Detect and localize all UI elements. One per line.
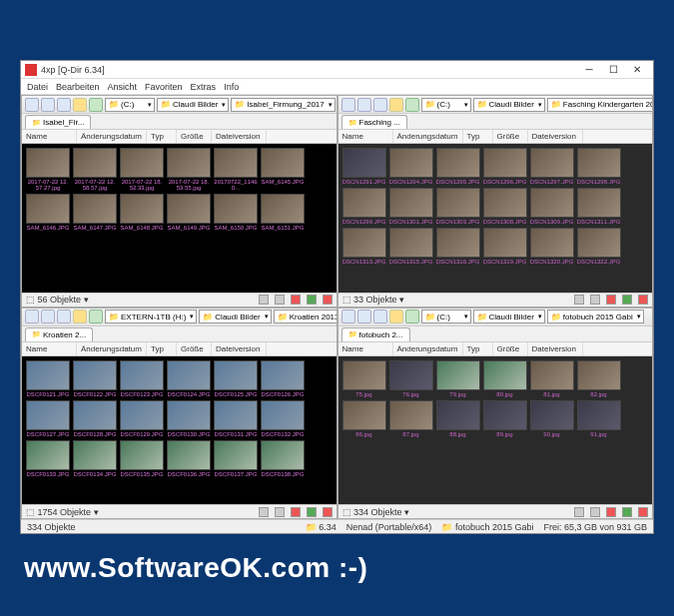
file-thumbnail[interactable]: DSCN1309.JPG bbox=[530, 188, 574, 225]
file-thumbnail[interactable]: SAM_6149.JPG bbox=[167, 194, 211, 231]
file-thumbnail[interactable]: DSCF0121.JPG bbox=[26, 360, 70, 397]
column-size[interactable]: Größe bbox=[177, 342, 212, 355]
path-crumb[interactable]: Fasching Kindergarten 2014 bbox=[547, 98, 652, 112]
status-icon[interactable] bbox=[259, 295, 269, 305]
column-name[interactable]: Name bbox=[338, 130, 393, 143]
file-thumbnail[interactable]: DSCN1303.JPG bbox=[436, 188, 480, 225]
column-date[interactable]: Änderungsdatum bbox=[393, 342, 463, 355]
file-thumbnail[interactable]: 80.jpg bbox=[483, 360, 527, 397]
file-thumbnail[interactable]: 2017-07-22 12.58.57.jpg bbox=[73, 148, 117, 191]
file-thumbnail[interactable]: DSCN1315.JPG bbox=[389, 228, 433, 265]
column-size[interactable]: Größe bbox=[493, 130, 528, 143]
file-thumbnail[interactable]: DSCN1296.JPG bbox=[483, 148, 527, 185]
file-thumbnail[interactable]: DSCF0123.JPG bbox=[120, 360, 164, 397]
menu-ansicht[interactable]: Ansicht bbox=[108, 82, 138, 92]
column-ver[interactable]: Dateiversion bbox=[528, 130, 583, 143]
thumbnail-grid[interactable]: 75.jpg76.jpg79.jpg80.jpg81.jpg82.jpg86.j… bbox=[338, 356, 653, 505]
folder-tab[interactable]: fotobuch 2... bbox=[341, 327, 410, 341]
toolbar-button[interactable] bbox=[41, 309, 55, 323]
status-icon[interactable] bbox=[574, 295, 584, 305]
folder-tab[interactable]: Isabel_Fir... bbox=[25, 115, 91, 129]
file-thumbnail[interactable]: DSCN1308.JPG bbox=[483, 188, 527, 225]
column-type[interactable]: Typ bbox=[147, 342, 177, 355]
path-crumb[interactable]: Claudi Bilder bbox=[199, 309, 271, 323]
column-date[interactable]: Änderungsdatum bbox=[77, 342, 147, 355]
drive-selector[interactable]: (C:) bbox=[105, 98, 155, 112]
file-thumbnail[interactable]: DSCF0134.JPG bbox=[73, 440, 117, 477]
file-thumbnail[interactable]: DSCF0129.JPG bbox=[120, 400, 164, 437]
file-thumbnail[interactable]: SAM_6145.JPG bbox=[261, 148, 305, 191]
toolbar-button[interactable] bbox=[341, 98, 355, 112]
status-icon[interactable] bbox=[259, 507, 269, 517]
file-thumbnail[interactable]: DSCN1313.JPG bbox=[342, 228, 386, 265]
file-thumbnail[interactable]: DSCF0131.JPG bbox=[214, 400, 258, 437]
file-thumbnail[interactable]: SAM_6147.JPG bbox=[73, 194, 117, 231]
file-thumbnail[interactable]: 75.jpg bbox=[342, 360, 386, 397]
file-thumbnail[interactable]: DSCF0124.JPG bbox=[167, 360, 211, 397]
status-icon[interactable] bbox=[323, 295, 333, 305]
menu-extras[interactable]: Extras bbox=[191, 82, 217, 92]
file-thumbnail[interactable]: DSCN1319.JPG bbox=[483, 228, 527, 265]
path-crumb[interactable]: fotobuch 2015 Gabi bbox=[547, 309, 644, 323]
column-name[interactable]: Name bbox=[22, 342, 77, 355]
minimize-button[interactable]: ─ bbox=[577, 62, 601, 78]
file-thumbnail[interactable]: DSCN1316.JPG bbox=[436, 228, 480, 265]
toolbar-button[interactable] bbox=[341, 309, 355, 323]
file-thumbnail[interactable]: 89.jpg bbox=[483, 400, 527, 437]
file-thumbnail[interactable]: DSCF0136.JPG bbox=[167, 440, 211, 477]
drive-selector[interactable]: EXTERN-1TB (H:) bbox=[105, 309, 197, 323]
file-thumbnail[interactable]: DSCF0135.JPG bbox=[120, 440, 164, 477]
file-thumbnail[interactable]: DSCF0133.JPG bbox=[26, 440, 70, 477]
file-thumbnail[interactable]: DSCN1294.JPG bbox=[389, 148, 433, 185]
file-thumbnail[interactable]: DSCF0138.JPG bbox=[261, 440, 305, 477]
close-button[interactable]: ✕ bbox=[625, 62, 649, 78]
column-date[interactable]: Änderungsdatum bbox=[77, 130, 147, 143]
file-thumbnail[interactable]: DSCN1295.JPG bbox=[436, 148, 480, 185]
toolbar-button[interactable] bbox=[405, 98, 419, 112]
status-icon[interactable] bbox=[606, 507, 616, 517]
file-thumbnail[interactable]: SAM_6146.JPG bbox=[26, 194, 70, 231]
column-name[interactable]: Name bbox=[22, 130, 77, 143]
column-type[interactable]: Typ bbox=[463, 130, 493, 143]
thumbnail-grid[interactable]: DSCN1291.JPGDSCN1294.JPGDSCN1295.JPGDSCN… bbox=[338, 144, 653, 293]
menu-favoriten[interactable]: Favoriten bbox=[145, 82, 183, 92]
column-type[interactable]: Typ bbox=[463, 342, 493, 355]
status-icon[interactable] bbox=[622, 507, 632, 517]
file-thumbnail[interactable]: 88.jpg bbox=[436, 400, 480, 437]
file-thumbnail[interactable]: DSCN1297.JPG bbox=[530, 148, 574, 185]
status-icon[interactable] bbox=[590, 507, 600, 517]
file-thumbnail[interactable]: DSCF0125.JPG bbox=[214, 360, 258, 397]
toolbar-button[interactable] bbox=[73, 98, 87, 112]
status-icon[interactable] bbox=[291, 507, 301, 517]
column-ver[interactable]: Dateiversion bbox=[212, 342, 267, 355]
toolbar-button[interactable] bbox=[73, 309, 87, 323]
file-thumbnail[interactable]: DSCN1301.JPG bbox=[389, 188, 433, 225]
column-type[interactable]: Typ bbox=[147, 130, 177, 143]
thumbnail-grid[interactable]: 2017-07-22 12.57.27.jpg2017-07-22 12.58.… bbox=[22, 144, 337, 293]
status-icon[interactable] bbox=[275, 507, 285, 517]
column-size[interactable]: Größe bbox=[493, 342, 528, 355]
toolbar-button[interactable] bbox=[25, 98, 39, 112]
folder-tab[interactable]: Fasching ... bbox=[341, 115, 407, 129]
file-thumbnail[interactable]: DSCF0130.JPG bbox=[167, 400, 211, 437]
file-thumbnail[interactable]: 76.jpg bbox=[389, 360, 433, 397]
path-crumb[interactable]: Claudi Bilder bbox=[473, 309, 545, 323]
file-thumbnail[interactable]: SAM_6148.JPG bbox=[120, 194, 164, 231]
status-icon[interactable] bbox=[638, 507, 648, 517]
path-crumb[interactable]: Claudi Bilder bbox=[157, 98, 229, 112]
drive-selector[interactable]: (C:) bbox=[421, 98, 471, 112]
status-icon[interactable] bbox=[590, 295, 600, 305]
file-thumbnail[interactable]: 81.jpg bbox=[530, 360, 574, 397]
file-thumbnail[interactable]: 2017-07-22 18.53.55.jpg bbox=[167, 148, 211, 191]
status-icon[interactable] bbox=[307, 507, 317, 517]
status-icon[interactable] bbox=[606, 295, 616, 305]
toolbar-button[interactable] bbox=[357, 98, 371, 112]
toolbar-button[interactable] bbox=[57, 309, 71, 323]
status-icon[interactable] bbox=[323, 507, 333, 517]
file-thumbnail[interactable]: 90.jpg bbox=[530, 400, 574, 437]
file-thumbnail[interactable]: DSCF0127.JPG bbox=[26, 400, 70, 437]
toolbar-button[interactable] bbox=[41, 98, 55, 112]
file-thumbnail[interactable]: SAM_6150.JPG bbox=[214, 194, 258, 231]
file-thumbnail[interactable]: 2017-07-22 18.52.33.jpg bbox=[120, 148, 164, 191]
toolbar-button[interactable] bbox=[389, 309, 403, 323]
